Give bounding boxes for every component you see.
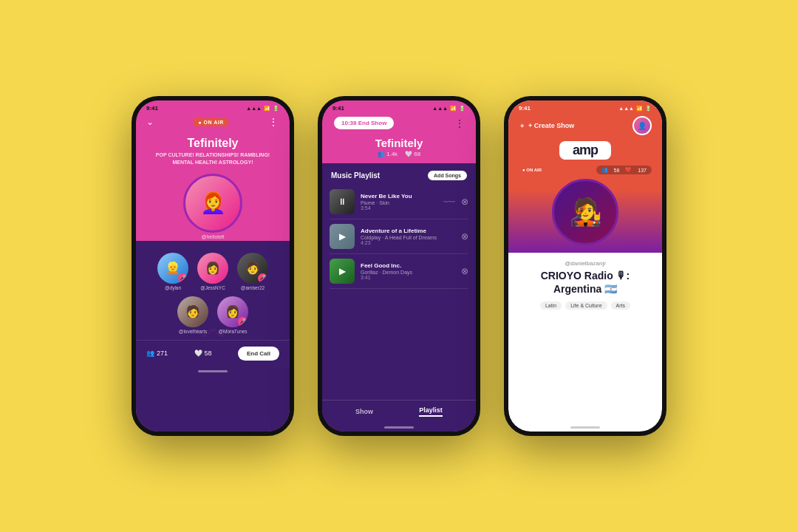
phone-3: 9:41 ▲▲▲ 📶 🔋 ＋ + Create Show 👤 amp ● ON … xyxy=(504,96,666,436)
signal-icon-3: ▲▲▲ xyxy=(618,106,634,111)
listeners-icon-3: 👥 xyxy=(601,167,608,173)
song-info-2: Adventure of a Lifetime Coldplay · A Hea… xyxy=(361,228,455,245)
song-item-3: ▶ Feel Good Inc. Gorillaz · Demon Days 3… xyxy=(330,254,468,289)
heart-icon: 🤍 xyxy=(194,349,202,357)
listeners-count-3: 58 xyxy=(614,168,620,173)
speaker-dylan: 👱 🎤 @dylan xyxy=(157,253,188,290)
tag-culture[interactable]: Life & Culture xyxy=(565,301,607,310)
phone3-hero: ＋ + Create Show 👤 amp ● ON AIR 👥 58 ❤️ 1… xyxy=(508,113,662,253)
speaker-avatar-moratunes: 👩 🎤 xyxy=(217,296,248,327)
live-stats-3: 👥 58 ❤️ 137 xyxy=(596,166,652,174)
phone2-header: 10:38 End Show ⋮ xyxy=(322,113,476,135)
end-show-button[interactable]: 10:38 End Show xyxy=(332,115,395,131)
time-2: 9:41 xyxy=(332,105,344,112)
play-icon-3: ▶ xyxy=(339,266,346,276)
song-artist-3: Gorillaz · Demon Days xyxy=(361,270,455,275)
tag-arts[interactable]: Arts xyxy=(611,301,630,310)
signal-icon: ▲▲▲ xyxy=(246,106,262,111)
remove-song-1[interactable]: ⊗ xyxy=(461,197,468,207)
song-duration-3: 3:41 xyxy=(361,275,455,280)
speaker-avatar-dylan: 👱 🎤 xyxy=(157,253,188,284)
song-info-1: Never Be Like You Flume · Skin 3:54 xyxy=(361,193,437,211)
phone1-header: ⌄ ● ON AIR ⋮ xyxy=(136,113,290,134)
like-count: 🤍 58 xyxy=(194,349,212,357)
more-options-icon-2[interactable]: ⋮ xyxy=(454,117,466,129)
mic-icon-amber: 🎤 xyxy=(258,273,267,283)
phone2-footer: Show Playlist xyxy=(322,400,476,424)
play-icon: ▶ xyxy=(339,231,346,242)
status-icons-2: ▲▲▲ 📶 🔋 xyxy=(432,106,466,112)
pause-icon: ⏸ xyxy=(338,197,347,207)
remove-song-3[interactable]: ⊗ xyxy=(461,266,468,276)
user-avatar-3[interactable]: 👤 xyxy=(632,116,652,135)
on-air-badge-1: ● ON AIR xyxy=(194,118,228,126)
speaker-jess: 👩 @JessNYC xyxy=(197,253,228,290)
phone1-title-section: Tefinitely POP CULTURE! RELATIONSHIPS! R… xyxy=(136,134,290,171)
amp-logo: amp xyxy=(559,141,611,160)
battery-icon-2: 🔋 xyxy=(459,106,466,112)
mic-icon-moratunes: 🎤 xyxy=(238,317,248,327)
song-thumb-1: ⏸ xyxy=(330,189,355,214)
speaker-lovethearts: 🧑 @lovethearts xyxy=(177,296,208,334)
show-title-2: Tefinitely xyxy=(334,137,464,149)
song-title-1: Never Be Like You xyxy=(361,193,437,200)
show-tags: Latin Life & Culture Arts xyxy=(519,301,652,310)
listeners-icon: 👥 xyxy=(146,349,154,357)
battery-icon-3: 🔋 xyxy=(645,106,652,112)
on-air-badge-3: ● ON AIR xyxy=(519,166,545,174)
song-thumb-2: ▶ xyxy=(330,224,355,249)
song-list: ⏸ Never Be Like You Flume · Skin 3:54 〰〰… xyxy=(322,185,476,400)
phone2-title-section: Tefinitely 👥 1.4k 🤍 68 xyxy=(322,135,476,163)
wifi-icon: 📶 xyxy=(264,106,270,112)
phone3-header: ＋ + Create Show 👤 xyxy=(519,116,652,135)
song-title-3: Feel Good Inc. xyxy=(361,262,455,269)
speaker-name-jess: @JessNYC xyxy=(200,285,225,290)
mic-icon-dylan: 🎤 xyxy=(178,273,188,283)
tab-show[interactable]: Show xyxy=(355,408,373,415)
create-show-button[interactable]: ＋ + Create Show xyxy=(519,121,574,131)
dj-avatar: 🧑‍🎤 xyxy=(552,179,618,245)
battery-icon: 🔋 xyxy=(273,106,279,112)
song-thumb-3: ▶ xyxy=(330,259,355,284)
heart-icon-3: ❤️ xyxy=(625,167,632,173)
waveform-icon-1: 〰〰 xyxy=(443,199,455,205)
phone-2: 9:41 ▲▲▲ 📶 🔋 10:38 End Show ⋮ Tefinitely… xyxy=(318,96,480,436)
speaker-name-dylan: @dylan xyxy=(165,285,181,290)
phone2-body: Music Playlist Add Songs ⏸ Never Be Like… xyxy=(322,163,476,432)
add-songs-button[interactable]: Add Songs xyxy=(428,171,467,180)
phone3-info: @danielbazanjr CRIOYO Radio 🎙: Argentina… xyxy=(508,253,662,316)
playlist-title: Music Playlist xyxy=(331,171,380,180)
tab-playlist[interactable]: Playlist xyxy=(419,406,443,417)
song-item-1: ⏸ Never Be Like You Flume · Skin 3:54 〰〰… xyxy=(330,185,468,219)
host-avatar: 👩‍🦰 xyxy=(183,174,242,233)
end-call-button[interactable]: End Call xyxy=(238,347,279,361)
phone1-body: 〰 👱 🎤 @dylan 👩 @JessNYC xyxy=(136,241,290,432)
status-bar-2: 9:41 ▲▲▲ 📶 🔋 xyxy=(322,100,476,113)
speakers-row-2: 🧑 @lovethearts 👩 🎤 @MoraTunes xyxy=(136,296,290,340)
likes-count-3: 137 xyxy=(638,168,647,173)
show-stats-2: 👥 1.4k 🤍 68 xyxy=(334,151,464,157)
chevron-down-icon[interactable]: ⌄ xyxy=(146,117,154,127)
show-subtitle-1: POP CULTURE! RELATIONSHIPS! RAMBLING! ME… xyxy=(148,151,278,166)
speaker-avatar-jess: 👩 xyxy=(197,253,228,284)
speakers-row-1: 👱 🎤 @dylan 👩 @JessNYC 🧑 🎤 xyxy=(136,241,290,296)
wifi-icon-3: 📶 xyxy=(636,106,643,112)
dj-show-title: CRIOYO Radio 🎙: Argentina 🇦🇷 xyxy=(519,269,652,296)
song-artist-2: Coldplay · A Head Full of Dreams xyxy=(361,235,455,240)
status-bar-3: 9:41 ▲▲▲ 📶 🔋 xyxy=(508,100,662,113)
speaker-name-moratunes: @MoraTunes xyxy=(218,329,247,334)
song-info-3: Feel Good Inc. Gorillaz · Demon Days 3:4… xyxy=(361,262,455,280)
home-indicator-2 xyxy=(384,426,414,429)
home-indicator-3 xyxy=(570,426,600,429)
song-title-2: Adventure of a Lifetime xyxy=(361,228,455,234)
speaker-avatar-lovethearts: 🧑 xyxy=(177,296,208,327)
more-options-icon[interactable]: ⋮ xyxy=(268,116,279,128)
phone1-footer: 👥 271 🤍 58 End Call xyxy=(136,340,290,368)
tag-latin[interactable]: Latin xyxy=(540,301,562,310)
status-icons-1: ▲▲▲ 📶 🔋 xyxy=(246,106,279,112)
phone-1: 9:41 ▲▲▲ 📶 🔋 ⌄ ● ON AIR ⋮ Tefinitely POP… xyxy=(132,96,294,436)
host-username: @hellotefi xyxy=(183,234,242,239)
remove-song-2[interactable]: ⊗ xyxy=(461,231,468,242)
song-item-2: ▶ Adventure of a Lifetime Coldplay · A H… xyxy=(330,219,468,254)
host-avatar-section: 👩‍🦰 @hellotefi xyxy=(136,171,290,241)
